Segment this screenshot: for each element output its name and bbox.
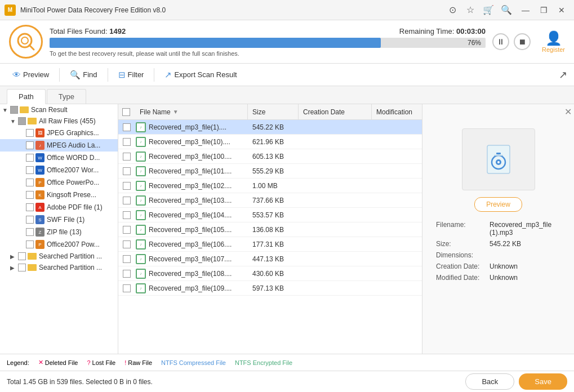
row-checkbox[interactable] — [123, 284, 131, 292]
tree-item[interactable]: WOffice WORD D... — [0, 152, 118, 164]
table-row[interactable]: ♪ Recovered_mp3_file(10).... 621.96 KB — [118, 135, 422, 149]
tab-type[interactable]: Type — [47, 89, 86, 104]
tree-item[interactable]: ▼Scan Result — [0, 104, 118, 115]
tree-checkbox[interactable] — [26, 154, 34, 162]
row-checkbox[interactable] — [123, 153, 131, 161]
legend-raw: ! Raw File — [124, 359, 152, 366]
row-checkbox[interactable] — [123, 123, 131, 131]
row-checkbox[interactable] — [123, 138, 131, 146]
table-row[interactable]: ♪ Recovered_mp3_file(104.... 553.57 KB — [118, 208, 422, 222]
scan-header: Total Files Found: 1492 Remaining Time: … — [0, 20, 574, 64]
search-icon[interactable]: 🔍 — [500, 5, 513, 15]
back-button[interactable]: Back — [465, 373, 514, 390]
register-button[interactable]: 👤 Register — [542, 30, 565, 53]
table-row[interactable]: ♪ Recovered_mp3_file(108.... 430.60 KB — [118, 266, 422, 281]
row-checkbox[interactable] — [123, 211, 131, 219]
scan-stats: Total Files Found: 1492 Remaining Time: … — [50, 27, 486, 35]
export-button[interactable]: ↗ Export Scan Result — [159, 68, 242, 82]
settings-icon[interactable]: ⊙ — [446, 5, 459, 15]
tree-checkbox[interactable] — [26, 240, 34, 248]
table-row[interactable]: ♪ Recovered_mp3_file(101.... 555.29 KB — [118, 164, 422, 179]
row-checkbox[interactable] — [123, 182, 131, 190]
tree-item[interactable]: POffice2007 Pow... — [0, 238, 118, 251]
tree-checkbox[interactable] — [26, 141, 34, 149]
row-filename: Recovered_mp3_file(10).... — [149, 138, 230, 146]
row-filename: Recovered_mp3_file(105.... — [149, 226, 232, 234]
row-checkbox-cell — [118, 182, 135, 190]
tree-toggle[interactable]: ▶ — [10, 265, 18, 271]
tree-checkbox[interactable] — [18, 117, 26, 125]
table-row[interactable]: ♪ Recovered_mp3_file(107.... 447.13 KB — [118, 252, 422, 266]
tree-checkbox[interactable] — [18, 264, 26, 271]
tree-item[interactable]: AAdobe PDF file (1) — [0, 201, 118, 213]
notifications-icon[interactable]: ☆ — [464, 5, 477, 15]
table-row[interactable]: ♪ Recovered_mp3_file(106.... 177.31 KB — [118, 237, 422, 252]
file-type-icon: W — [35, 153, 45, 162]
tree-checkbox[interactable] — [26, 191, 34, 199]
row-checkbox[interactable] — [123, 226, 131, 234]
tree-checkbox[interactable] — [26, 166, 34, 174]
select-all-checkbox[interactable] — [122, 108, 130, 116]
row-checkbox[interactable] — [123, 255, 131, 263]
file-type-icon: W — [35, 166, 45, 175]
tree-item[interactable]: WOffice2007 Wor... — [0, 164, 118, 176]
preview-close-button[interactable]: ✕ — [564, 106, 572, 117]
table-row[interactable]: ♪ Recovered_mp3_file(100.... 605.13 KB — [118, 149, 422, 164]
lost-label: Lost File — [92, 359, 116, 366]
tab-path[interactable]: Path — [7, 89, 46, 104]
preview-button[interactable]: 👁 Preview — [7, 68, 55, 82]
find-icon: 🔍 — [70, 70, 81, 80]
tree-item[interactable]: ▶Searched Partition ... — [0, 251, 118, 262]
col-header-size[interactable]: Size — [248, 104, 299, 119]
tree-item[interactable]: SSWF File (1) — [0, 213, 118, 226]
tree-toggle[interactable]: ▼ — [10, 118, 18, 124]
table-row[interactable]: ♪ Recovered_mp3_file(103.... 737.66 KB — [118, 193, 422, 208]
row-size: 605.13 KB — [248, 153, 299, 161]
col-header-creation[interactable]: Creation Date — [299, 104, 372, 119]
table-row[interactable]: ♪ Recovered_mp3_file(1).... 545.22 KB — [118, 120, 422, 135]
save-button[interactable]: Save — [519, 373, 567, 390]
tree-item[interactable]: 🖼JPEG Graphics... — [0, 127, 118, 139]
maximize-button[interactable]: ❒ — [536, 4, 551, 16]
stop-button[interactable]: ⏹ — [514, 33, 531, 50]
row-checkbox[interactable] — [123, 240, 131, 248]
col-header-modification[interactable]: Modification — [372, 104, 422, 119]
tree-checkbox[interactable] — [26, 129, 34, 137]
remaining-time-label: Remaining Time: 00:03:00 — [399, 27, 486, 35]
tree-item[interactable]: KKingsoft Prese... — [0, 189, 118, 201]
share-button[interactable]: ↗ — [559, 69, 567, 81]
tree-item[interactable]: ZZIP file (13) — [0, 226, 118, 238]
filter-button[interactable]: ⊟ Filter — [113, 68, 150, 82]
tree-checkbox[interactable] — [26, 179, 34, 186]
cart-icon[interactable]: 🛒 — [482, 5, 495, 15]
row-filename: Recovered_mp3_file(102.... — [149, 182, 232, 190]
row-checkbox[interactable] — [123, 197, 131, 204]
table-row[interactable]: ♪ Recovered_mp3_file(102.... 1.00 MB — [118, 179, 422, 193]
tree-checkbox[interactable] — [26, 228, 34, 236]
row-filename: Recovered_mp3_file(106.... — [149, 240, 232, 248]
tree-item[interactable]: ♪MPEG Audio La... — [0, 139, 118, 152]
register-icon: 👤 — [545, 30, 562, 46]
find-button[interactable]: 🔍 Find — [64, 68, 103, 82]
total-files-count: 1492 — [109, 27, 126, 35]
tree-item-label: Office2007 Pow... — [47, 240, 100, 248]
row-checkbox[interactable] — [123, 167, 131, 175]
tree-item-label: Searched Partition ... — [39, 264, 102, 271]
col-header-filename[interactable]: File Name ▼ — [135, 104, 248, 119]
close-button[interactable]: ✕ — [554, 4, 569, 16]
minimize-button[interactable]: — — [518, 4, 533, 16]
tree-checkbox[interactable] — [18, 252, 26, 260]
tree-item[interactable]: POffice PowerPo... — [0, 176, 118, 189]
tree-toggle[interactable]: ▼ — [2, 107, 10, 113]
table-row[interactable]: ♪ Recovered_mp3_file(109.... 597.13 KB — [118, 281, 422, 296]
row-checkbox[interactable] — [123, 270, 131, 278]
tree-checkbox[interactable] — [26, 203, 34, 211]
pause-button[interactable]: ⏸ — [492, 33, 509, 50]
table-row[interactable]: ♪ Recovered_mp3_file(105.... 136.08 KB — [118, 222, 422, 237]
tree-item[interactable]: ▼All Raw Files (455) — [0, 115, 118, 127]
tree-toggle[interactable]: ▶ — [10, 253, 18, 260]
tree-checkbox[interactable] — [10, 106, 18, 114]
preview-action-button[interactable]: Preview — [474, 197, 522, 212]
tree-item[interactable]: ▶Searched Partition ... — [0, 262, 118, 273]
tree-checkbox[interactable] — [26, 216, 34, 224]
